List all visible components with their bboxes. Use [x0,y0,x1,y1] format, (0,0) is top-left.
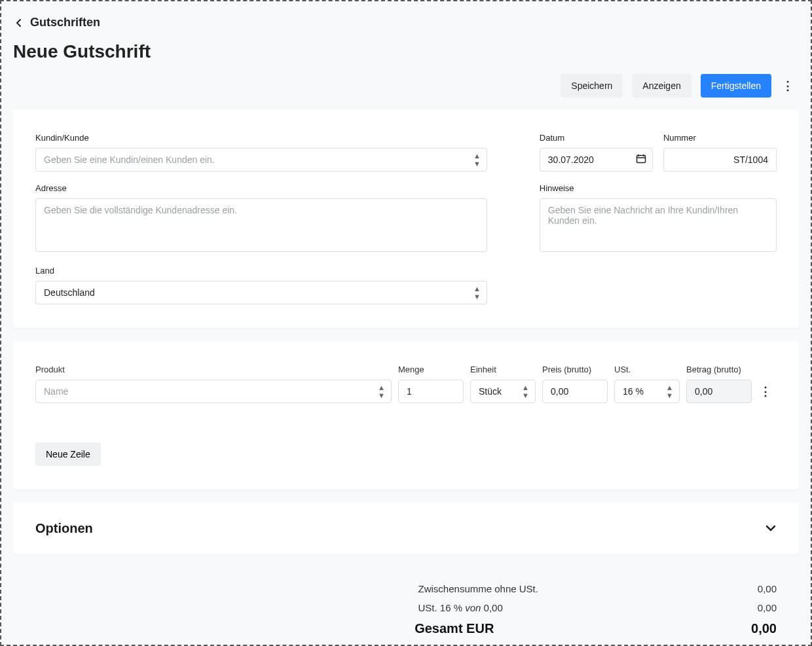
line-item-row: ▲▼ ▲▼ ▲▼ ⋮ [35,380,777,403]
col-qty: Menge [398,365,464,374]
more-menu-icon[interactable]: ⋮ [781,79,795,93]
actions-row: Speichern Anzeigen Fertigstellen ⋮ [1,62,811,109]
notes-input[interactable] [540,198,777,252]
header-card: Kundin/Kunde ▲▼ Adresse Land ▲▼ [13,109,799,328]
page-title: Neue Gutschrift [13,41,799,62]
grand-total-value: 0,00 [751,621,777,636]
customer-label: Kundin/Kunde [35,133,487,143]
subtotal-value: 0,00 [758,583,777,594]
col-price: Preis (brutto) [542,365,608,374]
chevron-down-icon [765,524,777,534]
vat-value: 0,00 [758,602,777,613]
finalize-button[interactable]: Fertigstellen [701,74,771,98]
options-card[interactable]: Optionen [13,503,799,554]
date-label: Datum [540,133,653,143]
calendar-icon[interactable] [636,154,646,166]
view-button[interactable]: Anzeigen [632,74,691,98]
line-items-card: Produkt Menge Einheit Preis (brutto) USt… [13,341,799,490]
grand-total-label: Gesamt EUR [35,621,725,636]
country-select[interactable] [35,281,487,304]
totals-section: Zwischensumme ohne USt. 0,00 USt. 16 % v… [13,567,799,646]
breadcrumb[interactable]: Gutschriften [13,16,799,29]
vat-label: USt. 16 % von 0,00 [35,602,731,613]
country-label: Land [35,266,487,276]
col-unit: Einheit [470,365,536,374]
vat-select[interactable] [614,380,680,403]
address-label: Adresse [35,183,487,193]
unit-select[interactable] [470,380,536,403]
number-label: Nummer [663,133,777,143]
amount-output [686,380,752,403]
breadcrumb-title: Gutschriften [30,16,100,29]
address-input[interactable] [35,198,487,252]
price-input[interactable] [542,380,608,403]
subtotal-label: Zwischensumme ohne USt. [35,583,731,594]
qty-input[interactable] [398,380,464,403]
number-input[interactable] [663,148,777,171]
customer-input[interactable] [35,148,487,171]
save-button[interactable]: Speichern [561,74,623,98]
col-vat: USt. [614,365,680,374]
svg-rect-0 [637,156,645,163]
col-product: Produkt [35,365,392,374]
col-amount: Betrag (brutto) [686,365,752,374]
new-row-button[interactable]: Neue Zeile [35,442,101,466]
product-input[interactable] [35,380,392,403]
options-title: Optionen [35,521,93,536]
line-item-menu-icon[interactable]: ⋮ [758,384,773,399]
chevron-left-icon [13,17,25,29]
notes-label: Hinweise [540,183,777,193]
